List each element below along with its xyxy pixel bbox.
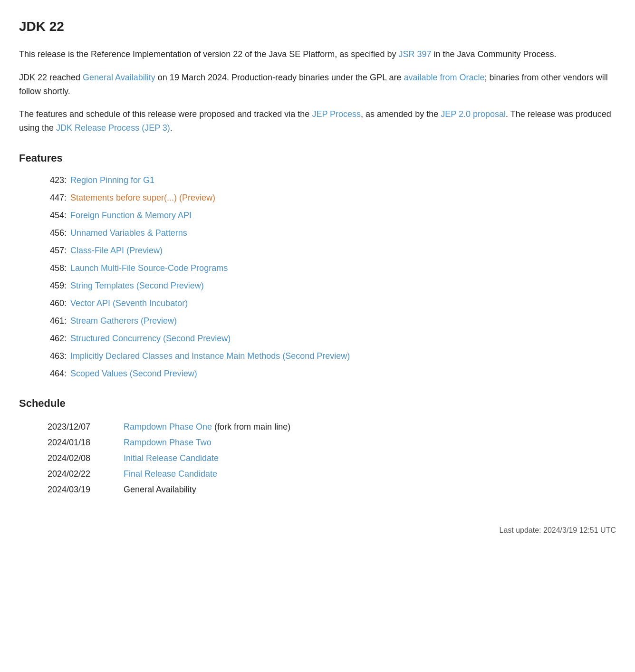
feature-item: 463:Implicitly Declared Classes and Inst…	[48, 350, 616, 363]
schedule-link[interactable]: Rampdown Phase Two	[124, 438, 212, 447]
schedule-heading: Schedule	[19, 397, 616, 410]
intro-p2-before: JDK 22 reached	[19, 73, 83, 82]
schedule-row: 2024/02/22Final Release Candidate	[48, 466, 290, 482]
schedule-link[interactable]: Final Release Candidate	[124, 469, 217, 479]
feature-item: 459:String Templates (Second Preview)	[48, 279, 616, 292]
schedule-label: Initial Release Candidate	[124, 451, 290, 466]
page-title: JDK 22	[19, 19, 616, 34]
schedule-table: 2023/12/07Rampdown Phase One (fork from …	[48, 419, 290, 498]
jsr-link[interactable]: JSR 397	[398, 49, 431, 59]
feature-item: 457:Class-File API (Preview)	[48, 244, 616, 257]
feature-link[interactable]: Vector API (Seventh Incubator)	[70, 298, 188, 308]
jep-process-link[interactable]: JEP Process	[312, 109, 361, 119]
feature-number: 458:	[48, 262, 67, 275]
feature-item: 460:Vector API (Seventh Incubator)	[48, 297, 616, 310]
feature-link[interactable]: Statements before super(...) (Preview)	[70, 193, 215, 202]
feature-number: 460:	[48, 297, 67, 310]
schedule-label: Final Release Candidate	[124, 466, 290, 482]
schedule-date: 2024/03/19	[48, 482, 124, 498]
schedule-row: 2024/02/08Initial Release Candidate	[48, 451, 290, 466]
feature-item: 461:Stream Gatherers (Preview)	[48, 315, 616, 327]
feature-number: 463:	[48, 350, 67, 363]
schedule-link[interactable]: Rampdown Phase One	[124, 422, 212, 432]
feature-number: 423:	[48, 174, 67, 187]
schedule-date: 2024/02/22	[48, 466, 124, 482]
feature-number: 447:	[48, 192, 67, 204]
schedule-label: Rampdown Phase One (fork from main line)	[124, 419, 290, 435]
schedule-row: 2023/12/07Rampdown Phase One (fork from …	[48, 419, 290, 435]
schedule-label: Rampdown Phase Two	[124, 435, 290, 451]
feature-link[interactable]: Structured Concurrency (Second Preview)	[70, 334, 231, 343]
feature-item: 456:Unnamed Variables & Patterns	[48, 227, 616, 240]
intro-paragraph-1: This release is the Reference Implementa…	[19, 48, 616, 61]
feature-link[interactable]: Region Pinning for G1	[70, 175, 154, 185]
schedule-label: General Availability	[124, 482, 290, 498]
schedule-suffix: (fork from main line)	[212, 422, 290, 432]
feature-item: 464:Scoped Values (Second Preview)	[48, 367, 616, 380]
feature-number: 461:	[48, 315, 67, 327]
feature-link[interactable]: String Templates (Second Preview)	[70, 281, 204, 290]
intro-paragraph-3: The features and schedule of this releas…	[19, 107, 616, 135]
schedule-row: 2024/01/18Rampdown Phase Two	[48, 435, 290, 451]
intro-p3-middle: , as amended by the	[361, 109, 441, 119]
feature-number: 464:	[48, 367, 67, 380]
feature-item: 458:Launch Multi-File Source-Code Progra…	[48, 262, 616, 275]
intro-p1-after: in the Java Community Process.	[431, 49, 556, 59]
feature-link[interactable]: Implicitly Declared Classes and Instance…	[70, 351, 350, 361]
general-availability-link[interactable]: General Availability	[83, 73, 155, 82]
intro-p1-before: This release is the Reference Implementa…	[19, 49, 398, 59]
features-heading: Features	[19, 152, 616, 164]
footer: Last update: 2024/3/19 12:51 UTC	[19, 526, 616, 535]
feature-link[interactable]: Scoped Values (Second Preview)	[70, 369, 197, 378]
schedule-date: 2024/01/18	[48, 435, 124, 451]
feature-item: 462:Structured Concurrency (Second Previ…	[48, 332, 616, 345]
feature-number: 456:	[48, 227, 67, 240]
intro-paragraph-2: JDK 22 reached General Availability on 1…	[19, 71, 616, 98]
intro-p3-before: The features and schedule of this releas…	[19, 109, 312, 119]
oracle-link[interactable]: available from Oracle	[404, 73, 485, 82]
features-list: 423:Region Pinning for G1447:Statements …	[48, 174, 616, 380]
intro-p2-middle: on 19 March 2024. Production-ready binar…	[155, 73, 404, 82]
schedule-date: 2024/02/08	[48, 451, 124, 466]
feature-number: 454:	[48, 209, 67, 222]
feature-number: 459:	[48, 279, 67, 292]
feature-link[interactable]: Launch Multi-File Source-Code Programs	[70, 263, 228, 273]
schedule-row: 2024/03/19General Availability	[48, 482, 290, 498]
feature-item: 447:Statements before super(...) (Previe…	[48, 192, 616, 204]
feature-number: 457:	[48, 244, 67, 257]
feature-link[interactable]: Stream Gatherers (Preview)	[70, 316, 177, 326]
feature-item: 423:Region Pinning for G1	[48, 174, 616, 187]
feature-number: 462:	[48, 332, 67, 345]
schedule-link[interactable]: Initial Release Candidate	[124, 453, 219, 463]
feature-link[interactable]: Class-File API (Preview)	[70, 246, 163, 255]
feature-link[interactable]: Unnamed Variables & Patterns	[70, 228, 187, 238]
feature-link[interactable]: Foreign Function & Memory API	[70, 211, 192, 220]
feature-item: 454:Foreign Function & Memory API	[48, 209, 616, 222]
schedule-date: 2023/12/07	[48, 419, 124, 435]
jep2-link[interactable]: JEP 2.0 proposal	[441, 109, 506, 119]
last-update: Last update: 2024/3/19 12:51 UTC	[499, 526, 616, 534]
intro-p3-after: .	[170, 123, 173, 133]
jep3-link[interactable]: JDK Release Process (JEP 3)	[56, 123, 170, 133]
